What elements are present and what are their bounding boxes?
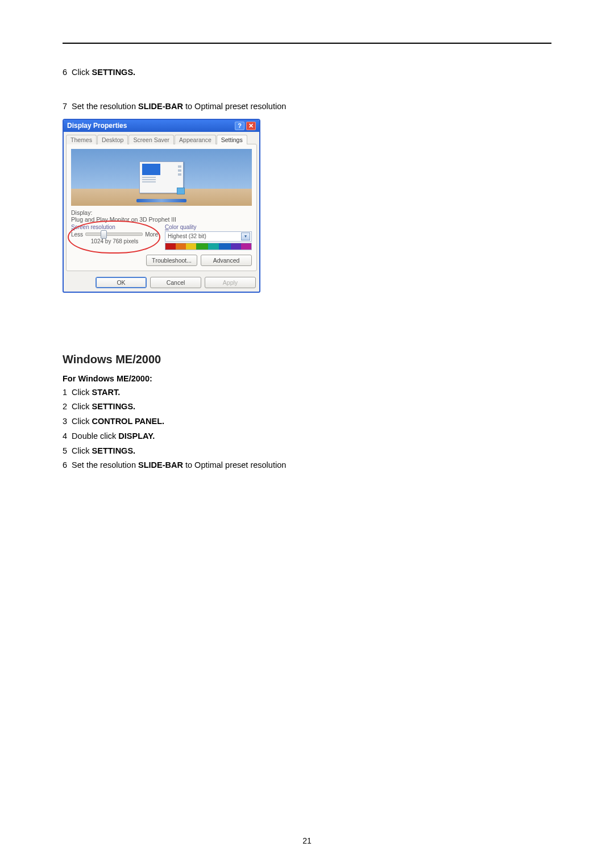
screen-resolution-group: SScreen resolutioncreen resolution Less … xyxy=(71,224,158,250)
resolution-slider[interactable]: Less More xyxy=(71,231,158,238)
close-button[interactable]: ✕ xyxy=(246,122,256,130)
slider-thumb[interactable] xyxy=(101,230,107,239)
tab-body-settings: Display: Plug and Play Monitor on 3D Pro… xyxy=(66,144,257,271)
tab-settings[interactable]: Settings xyxy=(217,135,247,144)
tab-appearance[interactable]: Appearance xyxy=(175,135,216,144)
tab-desktop[interactable]: Desktop xyxy=(97,135,128,144)
step-bold: SETTINGS. xyxy=(92,68,136,77)
apply-button[interactable]: Apply xyxy=(205,277,256,288)
slider-more: More xyxy=(145,231,158,238)
monitor-graphic xyxy=(139,161,184,193)
color-preview-bar xyxy=(165,243,252,250)
step-bold: SLIDE-BAR xyxy=(138,102,183,111)
me-step-5: 5 Click SETTINGS. xyxy=(63,445,551,458)
display-properties-dialog: Display Properties ? ✕ Themes Desktop Sc… xyxy=(63,119,260,293)
color-quality-value: Highest (32 bit) xyxy=(168,233,206,239)
me-step-6: 6 Set the resolution SLIDE-BAR to Optima… xyxy=(63,459,551,472)
cancel-button[interactable]: Cancel xyxy=(150,277,201,288)
resolution-value: 1024 by 768 pixels xyxy=(71,238,158,244)
section-subheading: For Windows ME/2000: xyxy=(63,374,551,383)
titlebar: Display Properties ? ✕ xyxy=(64,120,259,132)
settings-buttons: Troubleshoot...Troubleshoot... AdvancedA… xyxy=(71,255,252,266)
dialog-title: Display Properties xyxy=(67,122,127,130)
me-step-2: 2 Click SETTINGS. xyxy=(63,401,551,413)
display-label: Display: xyxy=(71,209,252,216)
step-number: 7 xyxy=(63,102,67,111)
titlebar-buttons: ? ✕ xyxy=(235,122,256,130)
color-quality-dropdown[interactable]: Highest (32 bit) ▾ xyxy=(165,231,252,242)
me-step-4: 4 Double click DISPLAY. xyxy=(63,430,551,443)
step-6: 6 Click SETTINGS. xyxy=(63,67,551,79)
chevron-down-icon[interactable]: ▾ xyxy=(241,232,250,240)
monitor-stand xyxy=(136,199,186,202)
troubleshoot-button[interactable]: Troubleshoot...Troubleshoot... xyxy=(146,255,197,266)
color-quality-group: Color qualityColor quality Highest (32 b… xyxy=(165,224,252,250)
step-number: 6 xyxy=(63,68,67,77)
step-text: Click xyxy=(72,68,92,77)
step-suffix: to Optimal preset resolution xyxy=(183,102,286,111)
me-step-3: 3 Click CONTROL PANEL. xyxy=(63,416,551,428)
tab-themes[interactable]: Themes xyxy=(66,135,97,144)
page: 6 Click SETTINGS. 7 Set the resolution S… xyxy=(0,0,614,868)
page-number: 21 xyxy=(0,836,614,845)
advanced-button[interactable]: AdvancedAdvanced xyxy=(201,255,252,266)
step-7: 7 Set the resolution SLIDE-BAR to Optima… xyxy=(63,101,551,113)
tab-screensaver[interactable]: Screen Saver xyxy=(128,135,174,144)
help-button[interactable]: ? xyxy=(235,122,244,130)
me2000-steps: 1 Click START. 2 Click SETTINGS. 3 Click… xyxy=(63,387,551,472)
display-value: Plug and Play Monitor on 3D Prophet III xyxy=(71,216,252,223)
top-rule xyxy=(63,43,551,44)
slider-less: Less xyxy=(71,231,83,238)
dialog-footer: OK Cancel Apply xyxy=(64,273,259,292)
controls-row: SScreen resolutioncreen resolution Less … xyxy=(71,224,252,250)
ok-button[interactable]: OK xyxy=(96,277,147,288)
section-heading: Windows ME/2000 xyxy=(63,353,551,366)
me-step-1: 1 Click START. xyxy=(63,387,551,399)
screen-resolution-label: SScreen resolutioncreen resolution xyxy=(71,224,158,230)
slider-track[interactable] xyxy=(85,232,143,236)
display-properties-screenshot: Display Properties ? ✕ Themes Desktop Sc… xyxy=(63,119,260,293)
monitor-preview xyxy=(71,149,252,206)
tabs: Themes Desktop Screen Saver Appearance S… xyxy=(64,132,259,144)
color-quality-label: Color qualityColor quality xyxy=(165,224,252,230)
step-text: Set the resolution xyxy=(72,102,138,111)
